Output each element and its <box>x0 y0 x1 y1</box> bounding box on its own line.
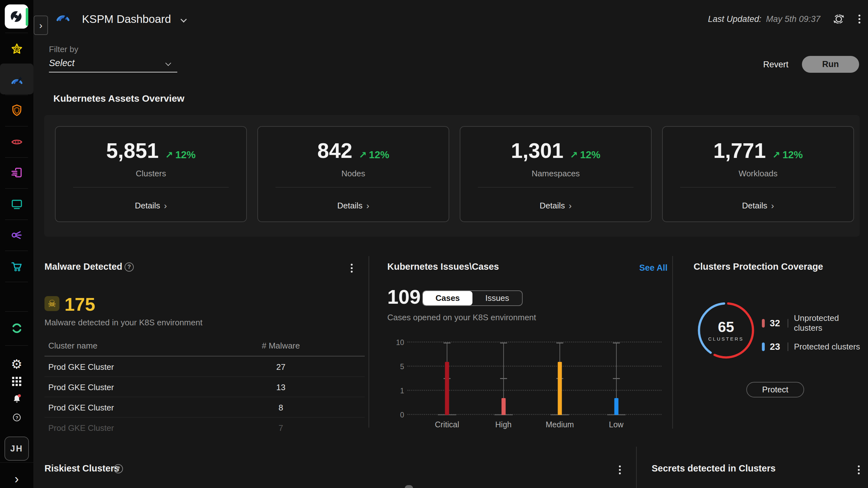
whisker-max-cap <box>443 342 451 343</box>
asset-delta: ↗ 12% <box>772 150 803 161</box>
y-axis-tick: 1 <box>393 387 404 395</box>
sidebar-item-reports[interactable] <box>0 162 33 184</box>
assets-overview-title: Kubernetes Assets Overview <box>53 93 184 104</box>
header-right-group: Last Updated: May 5th 09:37 <box>708 11 862 27</box>
sidebar-item-kspm-dashboard[interactable] <box>0 69 33 92</box>
run-button[interactable]: Run <box>802 56 859 73</box>
sidebar-divider <box>5 157 28 158</box>
sidebar-divider <box>5 33 28 33</box>
sidebar-item-connections[interactable] <box>0 224 33 246</box>
toggle-option-issues[interactable]: Issues <box>472 291 522 305</box>
sidebar-item-workstations[interactable] <box>0 193 33 215</box>
filter-select-value: Select <box>49 58 75 68</box>
filter-select[interactable]: Select <box>49 58 177 72</box>
avatar-initials: JH <box>10 444 23 454</box>
bar-critical[interactable] <box>445 362 449 415</box>
asset-label: Namespaces <box>460 169 651 179</box>
asset-count: 1,771 <box>713 140 766 161</box>
malware-help-icon[interactable]: ? <box>125 263 134 272</box>
donut-center-label: 65 CLUSTERS <box>696 300 756 361</box>
legend-row: 23 Protected clusters <box>762 341 868 352</box>
chevron-right-icon: › <box>771 202 774 210</box>
toggle-option-cases[interactable]: Cases <box>423 291 472 305</box>
riskiest-help-icon[interactable]: ? <box>114 464 123 474</box>
chevron-right-icon: › <box>164 202 167 210</box>
bar-medium[interactable] <box>558 362 562 415</box>
protect-button[interactable]: Protect <box>746 382 804 397</box>
details-link[interactable]: Details › <box>258 201 448 211</box>
malware-panel-title: Malware Detected <box>44 262 122 272</box>
details-link[interactable]: Details › <box>460 201 651 211</box>
cluster-name-cell: Prod GKE Cluster <box>48 403 114 413</box>
chevron-right-icon: › <box>39 20 42 31</box>
revert-button[interactable]: Revert <box>763 60 788 69</box>
issues-count: 109 <box>387 285 421 308</box>
header-kebab-menu-icon[interactable] <box>857 13 862 25</box>
malware-table: Cluster name # Malware Prod GKE Cluster … <box>44 340 365 438</box>
trend-up-icon: ↗ <box>570 150 578 160</box>
chart-column-low: Low <box>588 342 645 415</box>
chevron-right-icon: › <box>366 202 369 210</box>
select-underline <box>49 72 177 72</box>
logo-accent-stripe <box>26 8 28 26</box>
coverage-panel-title: Clusters Protection Coverage <box>693 262 823 272</box>
cases-issues-toggle: Cases Issues <box>422 291 523 306</box>
refresh-icon[interactable] <box>831 11 846 27</box>
grid-icon <box>12 377 21 386</box>
issues-subtitle: Cases opened on your K8S environment <box>387 313 536 323</box>
dashboard-switcher-chevron-down-icon[interactable] <box>181 16 187 23</box>
riskiest-kebab-menu-icon[interactable] <box>618 464 622 476</box>
sidebar-item-favorites[interactable] <box>0 38 33 60</box>
asset-card: 1,301 ↗ 12% Namespaces Details › <box>460 126 652 222</box>
app-logo[interactable] <box>5 4 28 29</box>
collapse-toggle-button[interactable]: › <box>34 16 48 35</box>
malware-table-header: Cluster name # Malware <box>44 340 365 356</box>
malware-table-row[interactable]: Prod GKE Cluster 8 <box>44 397 365 418</box>
loop-icon <box>9 321 24 336</box>
column-header-malware-count: # Malware <box>230 341 332 351</box>
malware-table-row[interactable]: Prod GKE Cluster 27 <box>44 357 365 377</box>
sidebar-item-shield[interactable] <box>0 99 33 121</box>
secrets-kebab-menu-icon[interactable] <box>857 464 861 476</box>
malware-subtitle: Malware detected in your K8S environment <box>44 318 203 328</box>
asset-label: Nodes <box>258 169 448 179</box>
card-divider <box>478 187 633 187</box>
chart-column-critical: Critical <box>419 342 475 415</box>
sidebar-divider <box>5 95 28 95</box>
asset-card: 1,771 ↗ 12% Workloads Details › <box>662 126 854 222</box>
svg-text:?: ? <box>15 415 18 420</box>
details-link[interactable]: Details › <box>663 201 854 211</box>
malware-kebab-menu-icon[interactable] <box>349 263 354 274</box>
sidebar-divider <box>5 219 28 220</box>
sidebar-divider <box>5 311 28 312</box>
sidebar-item-marketplace[interactable] <box>0 255 33 277</box>
sidebar-divider <box>5 188 28 189</box>
asset-delta: ↗ 12% <box>359 150 389 161</box>
asset-delta: ↗ 12% <box>165 150 195 161</box>
malware-table-row[interactable]: Prod GKE Cluster 13 <box>44 377 365 397</box>
malware-count-badge: ☠ <box>44 296 59 311</box>
sidebar-divider <box>0 462 33 463</box>
issues-panel-title: Kubernetes Issues\Cases <box>387 262 499 272</box>
panel-divider <box>672 256 673 429</box>
trend-up-icon: ↗ <box>165 150 173 160</box>
sidebar-item-sync[interactable] <box>0 317 33 339</box>
sidebar-item-help[interactable]: ? <box>0 406 33 429</box>
notification-badge <box>18 394 21 397</box>
sidebar-expand-button[interactable]: › <box>0 472 33 485</box>
last-updated: Last Updated: May 5th 09:37 <box>708 14 820 24</box>
see-all-link[interactable]: See All <box>639 263 668 273</box>
cluster-name-cell: Prod GKE Cluster <box>48 383 114 392</box>
bar-high[interactable] <box>501 398 505 415</box>
malware-table-row[interactable]: Prod GKE Cluster 7 <box>44 418 365 438</box>
x-axis-label: Medium <box>531 420 588 429</box>
chevron-right-icon: › <box>14 472 19 486</box>
page-title: KSPM Dashboard <box>82 13 171 25</box>
user-avatar[interactable]: JH <box>4 436 29 461</box>
sidebar-item-threat-eye[interactable] <box>0 130 33 153</box>
monitor-icon <box>9 197 24 211</box>
bar-low[interactable] <box>614 398 618 415</box>
malware-count-cell: 7 <box>230 423 332 433</box>
details-link[interactable]: Details › <box>56 201 246 211</box>
asset-count: 5,851 <box>106 140 159 161</box>
